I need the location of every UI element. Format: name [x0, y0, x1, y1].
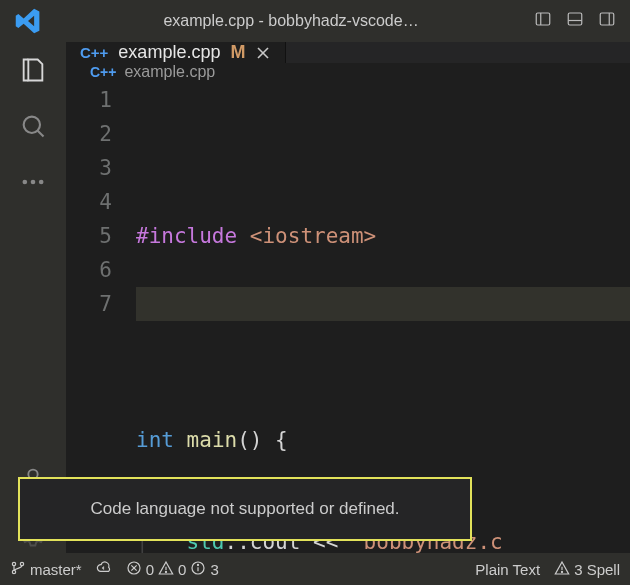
info-icon: [190, 560, 206, 579]
tab-filename: example.cpp: [118, 42, 220, 63]
svg-rect-4: [600, 13, 614, 25]
status-bar: master* 0 0 3 Plain Text 3 Spell: [0, 553, 630, 585]
svg-point-17: [20, 562, 23, 565]
modified-indicator: M: [230, 42, 245, 63]
svg-point-27: [562, 571, 563, 572]
line-number: 2: [66, 117, 112, 151]
language-badge: C++: [80, 44, 108, 61]
language-mode-label: Plain Text: [475, 561, 540, 578]
line-number: 6: [66, 253, 112, 287]
language-badge: C++: [90, 64, 116, 80]
spell-count: 3 Spell: [574, 561, 620, 578]
svg-point-22: [165, 571, 166, 572]
title-bar: example.cpp - bobbyhadz-vscode…: [0, 0, 630, 42]
svg-point-6: [24, 117, 40, 133]
error-count: 0: [146, 561, 154, 578]
explorer-icon[interactable]: [15, 52, 51, 88]
tab-example-cpp[interactable]: C++ example.cpp M: [66, 42, 286, 63]
panel-bottom-icon[interactable]: [566, 10, 584, 32]
problems-status[interactable]: 0 0 3: [126, 560, 219, 579]
tab-bar: C++ example.cpp M: [66, 42, 630, 63]
warning-icon: [158, 560, 174, 579]
svg-rect-0: [536, 13, 550, 25]
svg-point-10: [39, 180, 44, 185]
more-icon[interactable]: [15, 164, 51, 200]
window-title: example.cpp - bobbyhadz-vscode…: [48, 12, 534, 30]
svg-point-9: [31, 180, 36, 185]
breadcrumb[interactable]: C++ example.cpp: [66, 63, 630, 81]
error-icon: [126, 560, 142, 579]
cloud-sync-icon: [96, 560, 112, 579]
language-mode[interactable]: Plain Text: [475, 561, 540, 578]
notification-message: Code language not supported or defined.: [90, 499, 399, 518]
breadcrumb-filename: example.cpp: [124, 63, 215, 81]
svg-point-25: [198, 564, 199, 565]
panel-right-icon[interactable]: [598, 10, 616, 32]
close-icon[interactable]: [255, 45, 271, 61]
branch-status[interactable]: master*: [10, 560, 82, 579]
svg-line-7: [38, 131, 44, 137]
svg-point-16: [12, 570, 15, 573]
notification-toast[interactable]: Code language not supported or defined.: [18, 477, 472, 541]
search-icon[interactable]: [15, 108, 51, 144]
line-number: 7: [66, 287, 112, 321]
line-number: 5: [66, 219, 112, 253]
warning-icon: [554, 560, 570, 579]
info-count: 3: [210, 561, 218, 578]
line-number: 4: [66, 185, 112, 219]
panel-left-icon[interactable]: [534, 10, 552, 32]
warning-count: 0: [178, 561, 186, 578]
svg-point-8: [23, 180, 28, 185]
svg-point-15: [12, 562, 15, 565]
spell-status[interactable]: 3 Spell: [554, 560, 620, 579]
line-number: 3: [66, 151, 112, 185]
vscode-logo-icon: [14, 7, 42, 35]
svg-rect-2: [568, 13, 582, 25]
branch-name: master*: [30, 561, 82, 578]
current-line-highlight: [136, 287, 630, 321]
line-number: 1: [66, 83, 112, 117]
git-branch-icon: [10, 560, 26, 579]
sync-status[interactable]: [96, 560, 112, 579]
